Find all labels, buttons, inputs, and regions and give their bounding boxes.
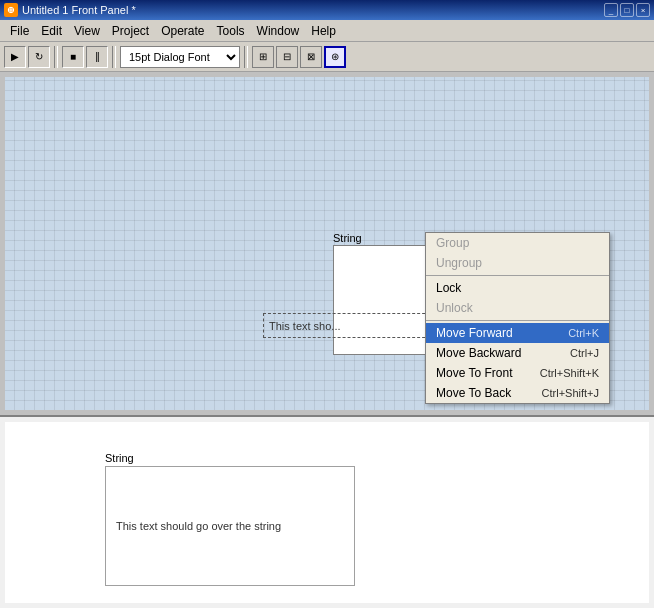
dashed-box-text: This text sho... [269,320,341,332]
close-button[interactable]: × [636,3,650,17]
bottom-panel[interactable]: String This text should go over the stri… [0,417,654,608]
menu-operate[interactable]: Operate [155,22,210,40]
top-panel[interactable]: String This text sho... Group Ungroup Lo… [0,72,654,417]
canvas-area[interactable]: String This text sho... Group Ungroup Lo… [5,77,649,410]
run-button[interactable]: ▶ [4,46,26,68]
window-title: Untitled 1 Front Panel * [22,4,604,16]
menu-tools[interactable]: Tools [211,22,251,40]
toolbar: ▶ ↻ ■ ‖ 15pt Dialog Font ⊞ ⊟ ⊠ ⊛ [0,42,654,72]
toolbar-sep-2 [112,46,116,68]
align-button[interactable]: ⊞ [252,46,274,68]
menu-bar: File Edit View Project Operate Tools Win… [0,20,654,42]
bottom-string-box[interactable]: This text should go over the string [105,466,355,586]
bottom-string-text: This text should go over the string [116,520,281,532]
ctx-lock[interactable]: Lock [426,278,609,298]
main-area: String This text sho... Group Ungroup Lo… [0,72,654,608]
ctx-group[interactable]: Group [426,233,609,253]
maximize-button[interactable]: □ [620,3,634,17]
dashed-selection-box[interactable]: This text sho... [263,313,445,338]
bottom-canvas[interactable]: String This text should go over the stri… [5,422,649,603]
reorder-button[interactable]: ⊛ [324,46,346,68]
ctx-move-to-back[interactable]: Move To Back Ctrl+Shift+J [426,383,609,403]
pause-button[interactable]: ‖ [86,46,108,68]
ctx-sep-2 [426,320,609,321]
minimize-button[interactable]: _ [604,3,618,17]
abort-button[interactable]: ■ [62,46,84,68]
menu-file[interactable]: File [4,22,35,40]
ctx-move-backward[interactable]: Move Backward Ctrl+J [426,343,609,363]
toolbar-sep-1 [54,46,58,68]
run-continuously-button[interactable]: ↻ [28,46,50,68]
font-dropdown[interactable]: 15pt Dialog Font [120,46,240,68]
ctx-move-to-front[interactable]: Move To Front Ctrl+Shift+K [426,363,609,383]
ctx-sep-1 [426,275,609,276]
window-controls: _ □ × [604,3,650,17]
title-bar: ⊕ Untitled 1 Front Panel * _ □ × [0,0,654,20]
bottom-string-control[interactable]: String This text should go over the stri… [105,452,355,586]
toolbar-sep-3 [244,46,248,68]
menu-window[interactable]: Window [251,22,306,40]
menu-edit[interactable]: Edit [35,22,68,40]
resize-button[interactable]: ⊠ [300,46,322,68]
menu-view[interactable]: View [68,22,106,40]
menu-project[interactable]: Project [106,22,155,40]
context-menu: Group Ungroup Lock Unlock Move Forward C… [425,232,610,404]
ctx-move-forward[interactable]: Move Forward Ctrl+K [426,323,609,343]
bottom-string-label: String [105,452,355,464]
app-icon: ⊕ [4,3,18,17]
ctx-ungroup[interactable]: Ungroup [426,253,609,273]
menu-help[interactable]: Help [305,22,342,40]
distribute-button[interactable]: ⊟ [276,46,298,68]
ctx-unlock[interactable]: Unlock [426,298,609,318]
